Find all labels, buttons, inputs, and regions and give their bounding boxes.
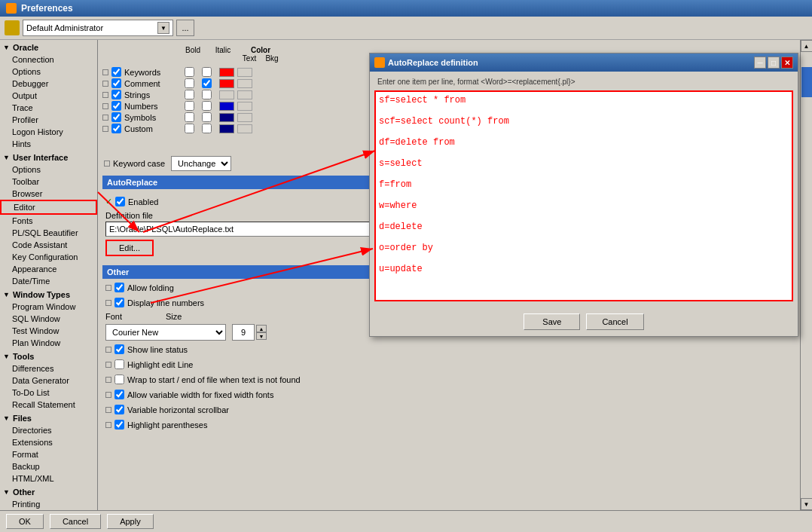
numbers-italic-checkbox[interactable] [202, 101, 212, 111]
autoreplace-enabled-checkbox[interactable] [115, 197, 125, 206]
custom-enable-checkbox[interactable] [111, 124, 121, 133]
custom-bkg-color[interactable] [237, 124, 252, 133]
custom-italic-checkbox[interactable] [202, 124, 212, 133]
sidebar-item-data-generator[interactable]: Data Generator [0, 375, 97, 387]
highlight-edit-line-checkbox[interactable] [114, 359, 124, 369]
keywords-text-color[interactable] [219, 68, 234, 77]
strings-bold-checkbox[interactable] [185, 90, 194, 99]
sidebar-header-other[interactable]: ▼ Other [0, 486, 97, 498]
comment-italic-checkbox[interactable] [202, 78, 212, 88]
sidebar-item-profiler[interactable]: Profiler [0, 114, 97, 126]
apply-button[interactable]: Apply [107, 514, 154, 529]
scroll-thumb[interactable] [801, 67, 812, 97]
ok-button[interactable]: OK [6, 514, 44, 529]
keywords-enable-checkbox[interactable] [111, 67, 121, 77]
size-down-button[interactable]: ▼ [256, 332, 267, 340]
sidebar-item-printing[interactable]: Printing [0, 498, 97, 510]
scroll-track[interactable] [801, 52, 812, 498]
sidebar-item-fonts[interactable]: Fonts [0, 215, 97, 227]
sidebar-header-user-interface[interactable]: ▼ User Interface [0, 151, 97, 164]
scroll-down-button[interactable]: ▼ [801, 498, 813, 510]
comment-text-color[interactable] [219, 79, 234, 88]
display-line-numbers-checkbox[interactable] [114, 298, 124, 307]
numbers-text-color[interactable] [219, 102, 234, 111]
sidebar-item-plsql-beautifier[interactable]: PL/SQL Beautifier [0, 227, 97, 239]
numbers-bkg-color[interactable] [237, 102, 252, 111]
strings-text-color[interactable] [219, 90, 234, 99]
size-spinner[interactable]: ▲ ▼ [256, 325, 267, 340]
strings-bkg-color[interactable] [237, 90, 252, 99]
keywords-bold-checkbox[interactable] [185, 67, 194, 77]
sidebar-item-key-configuration[interactable]: Key Configuration [0, 251, 97, 263]
dialog-close-button[interactable]: ✕ [781, 57, 793, 69]
sidebar-item-sql-window[interactable]: SQL Window [0, 313, 97, 325]
sidebar-item-format[interactable]: Format [0, 448, 97, 460]
sidebar-item-toolbar[interactable]: Toolbar [0, 176, 97, 188]
sidebar-item-test-window[interactable]: Test Window [0, 325, 97, 337]
sidebar-item-browser[interactable]: Browser [0, 188, 97, 200]
comment-bold-checkbox[interactable] [185, 78, 194, 88]
sidebar-header-oracle[interactable]: ▼ Oracle [0, 41, 97, 54]
sidebar-header-files[interactable]: ▼ Files [0, 412, 97, 424]
sidebar-item-differences[interactable]: Differences [0, 362, 97, 375]
edit-button[interactable]: Edit... [105, 240, 154, 256]
strings-enable-checkbox[interactable] [111, 90, 121, 99]
symbols-bold-checkbox[interactable] [185, 112, 194, 122]
allow-variable-width-checkbox[interactable] [114, 390, 124, 399]
dialog-minimize-button[interactable]: ─ [754, 57, 766, 69]
sidebar-item-connection[interactable]: Connection [0, 54, 97, 66]
numbers-enable-checkbox[interactable] [111, 101, 121, 111]
sidebar-item-appearance[interactable]: Appearance [0, 263, 97, 275]
sidebar-item-hints[interactable]: Hints [0, 138, 97, 150]
size-input[interactable] [232, 324, 255, 341]
sidebar-item-trace[interactable]: Trace [0, 102, 97, 114]
font-select[interactable]: Courier New [105, 324, 226, 341]
cancel-button[interactable]: Cancel [50, 514, 101, 529]
dialog-maximize-button[interactable]: □ [768, 57, 780, 69]
dialog-cancel-button[interactable]: Cancel [586, 313, 643, 330]
sidebar-item-plan-window[interactable]: Plan Window [0, 337, 97, 349]
sidebar-item-ui-options[interactable]: Options [0, 164, 97, 176]
ellipsis-button[interactable]: ... [176, 20, 194, 36]
keywords-italic-checkbox[interactable] [202, 67, 212, 77]
sidebar-item-backup[interactable]: Backup [0, 460, 97, 472]
sidebar-header-tools[interactable]: ▼ Tools [0, 350, 97, 362]
highlight-parentheses-checkbox[interactable] [114, 420, 124, 430]
symbols-bkg-color[interactable] [237, 113, 252, 122]
main-scrollbar[interactable]: ▲ ▼ [800, 40, 812, 510]
show-line-status-checkbox[interactable] [114, 344, 124, 354]
comment-bkg-color[interactable] [237, 79, 252, 88]
sidebar-item-directories[interactable]: Directories [0, 424, 97, 436]
allow-folding-checkbox[interactable] [114, 283, 124, 292]
wrap-to-start-checkbox[interactable] [114, 375, 124, 384]
comment-enable-checkbox[interactable] [111, 78, 121, 88]
sidebar-item-output[interactable]: Output [0, 90, 97, 102]
size-up-button[interactable]: ▲ [256, 325, 267, 332]
sidebar-item-program-window[interactable]: Program Window [0, 301, 97, 313]
keywords-bkg-color[interactable] [237, 68, 252, 77]
sidebar-item-editor[interactable]: Editor [0, 200, 97, 215]
symbols-text-color[interactable] [219, 113, 234, 122]
numbers-bold-checkbox[interactable] [185, 101, 194, 111]
autoreplace-textarea[interactable]: sf=select * from scf=select count(*) fro… [374, 90, 793, 301]
scroll-up-button[interactable]: ▲ [801, 40, 813, 52]
sidebar-item-debugger[interactable]: Debugger [0, 78, 97, 90]
sidebar-item-todo-list[interactable]: To-Do List [0, 387, 97, 399]
dialog-save-button[interactable]: Save [524, 313, 580, 330]
sidebar-item-options[interactable]: Options [0, 66, 97, 78]
symbols-enable-checkbox[interactable] [111, 112, 121, 122]
keyword-case-select[interactable]: Unchanged Upper case Lower case [171, 156, 231, 171]
sidebar-item-logon-history[interactable]: Logon History [0, 126, 97, 138]
custom-text-color[interactable] [219, 124, 234, 133]
custom-bold-checkbox[interactable] [185, 124, 194, 133]
sidebar-item-code-assistant[interactable]: Code Assistant [0, 239, 97, 251]
sidebar-item-extensions[interactable]: Extensions [0, 436, 97, 448]
sidebar-item-html-xml[interactable]: HTML/XML [0, 472, 97, 485]
strings-italic-checkbox[interactable] [202, 90, 212, 99]
sidebar-item-recall-statement[interactable]: Recall Statement [0, 399, 97, 411]
profile-dropdown-arrow[interactable]: ▼ [157, 22, 169, 34]
sidebar-item-date-time[interactable]: Date/Time [0, 275, 97, 287]
symbols-italic-checkbox[interactable] [202, 112, 212, 122]
profile-dropdown[interactable]: Default Administrator ▼ [23, 20, 173, 36]
variable-horizontal-checkbox[interactable] [114, 405, 124, 414]
